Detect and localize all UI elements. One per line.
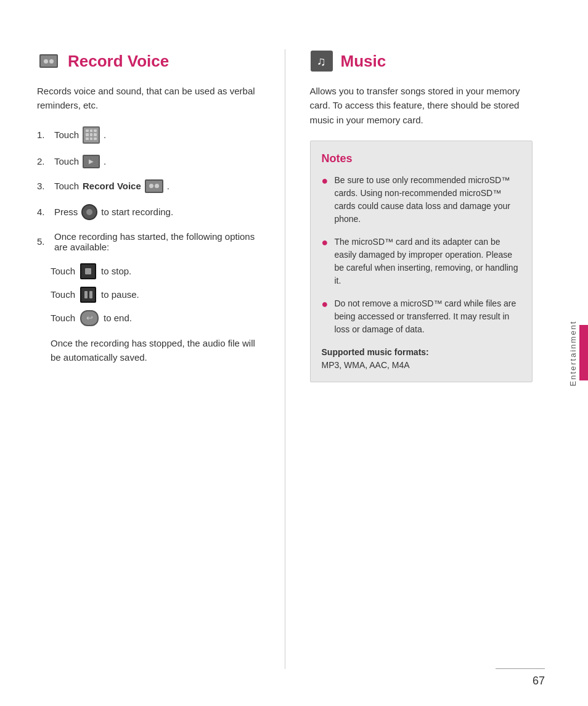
- step-5-text: Once recording has started, the followin…: [54, 231, 260, 252]
- record-voice-icon: [39, 54, 58, 68]
- main-content: Record Voice Records voice and sound, th…: [0, 0, 557, 706]
- step-3-icon: [145, 179, 163, 193]
- sub-step-pause-touch: Touch: [51, 289, 75, 300]
- sub-step-pause: Touch to pause.: [51, 287, 260, 303]
- music-header: ♫ Music: [310, 49, 533, 73]
- step-2: 2. Touch .: [37, 155, 260, 168]
- note-text-2: The microSD™ card and its adapter can be…: [334, 236, 521, 287]
- sub-step-pause-suffix: to pause.: [101, 289, 139, 300]
- step-4-num: 4.: [37, 207, 49, 217]
- rec-btn-icon: [81, 204, 97, 220]
- note-text-3: Do not remove a microSD™ card while file…: [334, 297, 521, 336]
- step-1-period: .: [104, 129, 106, 140]
- music-icon: ♫: [311, 51, 333, 72]
- sub-steps: Touch to stop. Touch to pause. Touch to …: [51, 263, 260, 326]
- bottom-rule: [496, 668, 545, 669]
- step-3: 3. Touch Record Voice .: [37, 179, 260, 193]
- step-2-touch: Touch: [54, 156, 79, 166]
- apps-icon: [83, 126, 100, 144]
- sub-step-stop-touch: Touch: [51, 266, 75, 276]
- step-1: 1. Touch .: [37, 126, 260, 144]
- right-column: ♫ Music Allows you to transfer songs sto…: [285, 49, 533, 669]
- record-voice-title: Record Voice: [68, 52, 169, 71]
- step-3-text: Touch Record Voice .: [54, 179, 169, 193]
- step-5: 5. Once recording has started, the follo…: [37, 231, 260, 252]
- note-item-2: ● The microSD™ card and its adapter can …: [322, 236, 521, 287]
- note-bullet-1: ●: [322, 173, 329, 226]
- step-1-text: Touch .: [54, 126, 106, 144]
- multimedia-icon: [83, 155, 100, 168]
- step-1-num: 1.: [37, 129, 49, 140]
- once-saved-text: Once the recording has stopped, the audi…: [51, 336, 260, 365]
- notes-box: Notes ● Be sure to use only recommended …: [310, 141, 533, 382]
- sub-step-end-touch: Touch: [51, 313, 75, 323]
- step-4-press: Press: [54, 207, 78, 217]
- pause-icon: [80, 287, 96, 303]
- record-voice-header: Record Voice: [37, 49, 260, 73]
- step-1-touch: Touch: [54, 129, 79, 140]
- sub-step-end-suffix: to end.: [104, 313, 132, 323]
- sub-step-stop: Touch to stop.: [51, 263, 260, 279]
- record-voice-section-icon: [37, 49, 60, 73]
- music-title: Music: [341, 52, 386, 71]
- music-section-icon: ♫: [310, 49, 333, 73]
- note-bullet-2: ●: [322, 234, 329, 287]
- sidebar: Entertainment: [557, 0, 588, 706]
- sidebar-label: Entertainment: [568, 320, 578, 386]
- step-3-period: .: [167, 181, 169, 191]
- step-3-num: 3.: [37, 181, 49, 191]
- step-2-text: Touch .: [54, 155, 106, 168]
- end-icon: [80, 310, 99, 326]
- step-2-period: .: [104, 156, 106, 166]
- step-4-text: Press to start recording.: [54, 204, 173, 220]
- step-5-num: 5.: [37, 236, 49, 247]
- step-3-touch: Touch: [54, 181, 79, 191]
- page-number: 67: [533, 675, 545, 688]
- step-2-num: 2.: [37, 156, 49, 166]
- music-description: Allows you to transfer songs stored in y…: [310, 84, 533, 127]
- step-4: 4. Press to start recording.: [37, 204, 260, 220]
- step-4-suffix: to start recording.: [101, 207, 173, 217]
- page: Record Voice Records voice and sound, th…: [0, 0, 588, 706]
- note-text-1: Be sure to use only recommended microSD™…: [334, 174, 521, 226]
- supported-formats-label: Supported music formats:: [322, 347, 429, 357]
- step-3-record-voice-label: Record Voice: [83, 181, 141, 191]
- supported-formats: Supported music formats: MP3, WMA, AAC, …: [322, 346, 521, 372]
- note-bullet-3: ●: [322, 296, 329, 336]
- sub-step-stop-suffix: to stop.: [101, 266, 131, 276]
- stop-icon: [80, 263, 96, 279]
- sub-step-end: Touch to end.: [51, 310, 260, 326]
- supported-formats-values: MP3, WMA, AAC, M4A: [322, 360, 410, 370]
- notes-title: Notes: [322, 152, 521, 165]
- sidebar-bar: [579, 325, 588, 380]
- record-voice-description: Records voice and sound, that can be use…: [37, 84, 260, 113]
- note-item-1: ● Be sure to use only recommended microS…: [322, 174, 521, 226]
- note-item-3: ● Do not remove a microSD™ card while fi…: [322, 297, 521, 336]
- left-column: Record Voice Records voice and sound, th…: [37, 49, 285, 669]
